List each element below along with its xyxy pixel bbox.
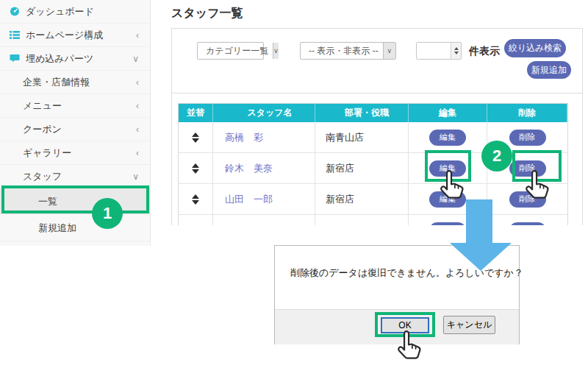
page-title: スタッフ一覧 [171, 6, 243, 21]
sort-handle-icon[interactable] [192, 194, 199, 205]
stepper-down-icon [454, 52, 459, 54]
sidebar-item-label: ホームページ構成 [26, 29, 103, 42]
add-new-button[interactable]: 新規追加 [527, 61, 571, 79]
sidebar-item-label: 埋め込みパーツ [26, 52, 93, 66]
down-arrow [466, 199, 492, 244]
sort-handle-icon[interactable] [192, 225, 199, 226]
col-header-delete: 削除 [487, 104, 567, 122]
chevron-left-icon: ‹ [136, 125, 139, 134]
count-input[interactable] [417, 43, 451, 59]
chevron-down-icon: ∨ [132, 54, 139, 63]
divider [172, 93, 582, 93]
staff-name-link[interactable]: 鈴木 美奈 [213, 153, 315, 183]
cancel-button[interactable]: キャンセル [443, 316, 495, 334]
count-label: 件表示 [469, 45, 500, 58]
filter-search-button[interactable]: 絞り込み検索 [504, 39, 566, 57]
step-1-badge: 1 [92, 198, 123, 229]
chevron-down-icon: ∨ [273, 43, 279, 59]
comment-icon [10, 54, 20, 63]
visibility-select[interactable]: -- 表示・非表示 -- ∨ [300, 42, 396, 60]
dashboard-icon [10, 7, 20, 16]
dept-cell: 新宿店 [315, 153, 409, 183]
hand-cursor-icon [394, 328, 428, 365]
chevron-left-icon: ‹ [136, 78, 139, 87]
count-input-wrap [416, 42, 462, 60]
staff-name-link[interactable] [213, 215, 315, 225]
hand-cursor-icon [522, 168, 556, 205]
chevron-down-icon: ∨ [132, 172, 139, 181]
col-header-dept: 部署・役職 [315, 104, 409, 122]
sort-handle-icon[interactable] [192, 132, 199, 143]
staff-list-panel: カテゴリー一覧 ∨ -- 表示・非表示 -- ∨ 件表示 絞り込み検索 新規追加… [171, 28, 583, 225]
number-stepper[interactable] [451, 43, 461, 59]
sidebar-item-homepage[interactable]: ホームページ構成 ‹ [0, 24, 150, 47]
chevron-left-icon: ‹ [136, 149, 139, 158]
staff-name-link[interactable]: 高橋 彩 [213, 122, 315, 152]
sidebar-item-coupon[interactable]: クーポン ‹ [0, 118, 150, 141]
visibility-select-value: -- 表示・非表示 -- [301, 45, 383, 57]
staff-name-link[interactable]: 山田 一郎 [213, 184, 315, 214]
edit-button[interactable]: 編集 [429, 222, 466, 226]
stepper-up-icon [454, 47, 459, 50]
sidebar-item-gallery[interactable]: ギャラリー ‹ [0, 141, 150, 165]
category-select-value: カテゴリー一覧 [198, 45, 273, 57]
category-select[interactable]: カテゴリー一覧 ∨ [197, 42, 264, 60]
list-icon [10, 30, 20, 40]
dept-cell: 新宿店 [315, 184, 409, 214]
delete-button[interactable]: 削除 [509, 130, 546, 146]
col-header-sort: 並替 [179, 104, 213, 122]
step-2-badge: 2 [481, 141, 512, 171]
hand-cursor-icon [437, 168, 470, 205]
screen: ダッシュボード ホームページ構成 ‹ 埋め込みパーツ ∨ 企業・店舗情報 ‹ メ… [0, 0, 588, 368]
table-header-row: 並替 スタッフ名 部署・役職 編集 削除 [179, 104, 567, 122]
sidebar-item-embedded-parts[interactable]: 埋め込みパーツ ∨ [0, 47, 150, 71]
dept-cell: 南青山店 [315, 122, 409, 152]
col-header-edit: 編集 [409, 104, 487, 122]
down-arrow-head [450, 243, 512, 271]
edit-button[interactable]: 編集 [429, 130, 466, 146]
chevron-left-icon: ‹ [136, 102, 139, 110]
table-row: 山田 一郎 新宿店 編集 削除 [179, 184, 567, 215]
highlight-box-list-item [1, 185, 149, 213]
sidebar-item-menu[interactable]: メニュー ‹ [0, 94, 150, 118]
sidebar-item-label: ダッシュボード [26, 5, 94, 18]
dept-cell [315, 215, 409, 225]
chevron-down-icon: ∨ [383, 43, 395, 59]
sort-handle-icon[interactable] [192, 163, 199, 174]
table-row: 編集 削除 [179, 215, 567, 225]
sidebar-item-staff-add[interactable]: 新規追加 [0, 215, 150, 241]
sidebar-item-dashboard[interactable]: ダッシュボード [0, 0, 150, 24]
col-header-name: スタッフ名 [213, 104, 315, 122]
chevron-left-icon: ‹ [136, 31, 139, 40]
sidebar-item-company-info[interactable]: 企業・店舗情報 ‹ [0, 71, 150, 94]
delete-button[interactable]: 削除 [509, 222, 546, 226]
